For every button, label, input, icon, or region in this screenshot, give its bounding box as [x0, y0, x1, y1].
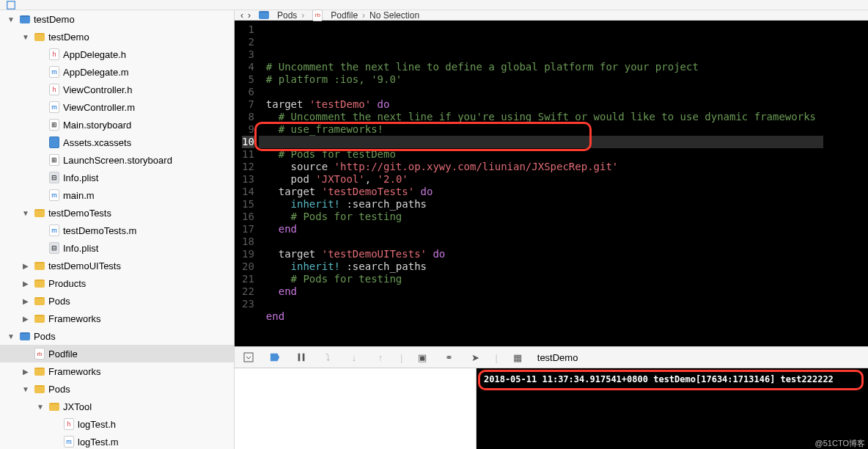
crumb-pods[interactable]: Pods	[277, 10, 297, 21]
code-line[interactable]: end	[266, 285, 816, 298]
disclosure-icon[interactable]: ▼	[21, 32, 31, 42]
step-over-icon[interactable]: ⤵	[321, 351, 334, 364]
code-line[interactable]: # Pods for testing	[266, 211, 816, 223]
line-number: 16	[242, 211, 254, 223]
code-line[interactable]	[266, 335, 816, 346]
code-line[interactable]: # use_frameworks!	[266, 123, 816, 136]
code-line[interactable]: # Uncomment the next line if you're usin…	[266, 111, 816, 123]
file-rb-icon: rb	[34, 348, 45, 359]
code-line[interactable]: source 'http://git.op.xywy.com/liunian/J…	[266, 161, 816, 173]
tree-row-appdelegate-h[interactable]: ▶hAppDelegate.h	[0, 45, 234, 63]
tree-row-podfile[interactable]: ▶rbPodfile	[0, 345, 234, 362]
file-plist-icon: ⊟	[48, 172, 60, 183]
tree-row-appdelegate-m[interactable]: ▶mAppDelegate.m	[0, 63, 234, 81]
code-line[interactable]: # platform :ios, '9.0'	[266, 73, 816, 86]
project-navigator[interactable]: ▼testDemo▼testDemo▶hAppDelegate.h▶mAppDe…	[0, 10, 235, 449]
code-line[interactable]: end	[266, 223, 816, 236]
tree-row-info-plist[interactable]: ▶⊟Info.plist	[0, 169, 234, 186]
tab-icon[interactable]	[6, 0, 16, 10]
code-line[interactable]	[266, 86, 816, 98]
file-h-icon: h	[63, 418, 75, 430]
hide-debug-icon[interactable]	[242, 351, 255, 364]
tree-row-logtest-h[interactable]: ▶hlogTest.h	[0, 415, 234, 433]
nav-back-icon[interactable]: ‹	[240, 10, 243, 21]
debug-target-label[interactable]: testDemo	[537, 352, 578, 363]
console-output[interactable]: 2018-05-11 11:37:34.917541+0800 testDemo…	[477, 368, 868, 449]
code-line[interactable]	[266, 298, 816, 310]
tree-row-main-storyboard[interactable]: ▶⊞Main.storyboard	[0, 116, 234, 134]
top-toolbar	[0, 0, 868, 10]
tree-row-main-m[interactable]: ▶mmain.m	[0, 186, 234, 204]
tree-row-jxtool[interactable]: ▼JXTool	[0, 398, 234, 415]
disclosure-icon[interactable]: ▼	[35, 401, 45, 412]
tree-item-label: Main.storyboard	[63, 120, 131, 131]
code-line[interactable]: target 'testDemo' do	[266, 98, 816, 111]
tree-item-label: LaunchScreen.storyboard	[63, 155, 172, 166]
code-line[interactable]: # Pods for testing	[266, 273, 816, 285]
tree-row-products[interactable]: ▶Products	[0, 274, 234, 292]
code-line[interactable]: end	[266, 310, 816, 323]
code-editor[interactable]: 1234567891011121314151617181920212223 # …	[235, 21, 868, 346]
nav-forward-icon[interactable]: ›	[248, 10, 251, 21]
view-debug-icon[interactable]: ▣	[416, 351, 429, 364]
svg-rect-3	[298, 354, 301, 362]
tree-row-testdemo[interactable]: ▼testDemo	[0, 28, 234, 45]
pause-icon[interactable]	[295, 351, 308, 364]
line-number: 14	[242, 186, 254, 198]
step-into-icon[interactable]: ↓	[347, 351, 361, 364]
crumb-selection[interactable]: No Selection	[369, 10, 419, 21]
disclosure-icon[interactable]: ▶	[21, 366, 31, 376]
tree-row-frameworks[interactable]: ▶Frameworks	[0, 362, 234, 380]
tree-row-launchscreen-storyboard[interactable]: ▶⊞LaunchScreen.storyboard	[0, 151, 234, 169]
tree-row-testdemotests[interactable]: ▼testDemoTests	[0, 204, 234, 222]
tree-row-logtest-m[interactable]: ▶mlogTest.m	[0, 433, 234, 449]
tree-row-viewcontroller-m[interactable]: ▶mViewController.m	[0, 98, 234, 116]
code-line[interactable]: inherit! :search_paths	[266, 260, 816, 273]
file-m-icon: m	[48, 224, 60, 236]
disclosure-icon[interactable]: ▶	[21, 260, 31, 271]
file-sb-icon: ⊞	[48, 119, 60, 131]
code-line[interactable]: # Uncomment the next line to define a gl…	[266, 61, 816, 73]
tree-row-testdemotests-m[interactable]: ▶mtestDemoTests.m	[0, 222, 234, 239]
tree-row-pods[interactable]: ▶Pods	[0, 292, 234, 310]
code-content[interactable]: # Uncomment the next line to define a gl…	[259, 21, 823, 346]
disclosure-icon[interactable]: ▶	[21, 313, 31, 324]
file-m-icon: m	[48, 66, 60, 78]
step-out-icon[interactable]: ↑	[374, 351, 387, 364]
tree-item-label: Pods	[34, 331, 56, 342]
tree-row-testdemouitests[interactable]: ▶testDemoUITests	[0, 257, 234, 274]
file-m-icon: m	[63, 436, 75, 448]
code-line[interactable]: inherit! :search_paths	[266, 198, 816, 211]
tree-row-pods[interactable]: ▼Pods	[0, 327, 234, 345]
tree-row-assets-xcassets[interactable]: ▶Assets.xcassets	[0, 134, 234, 151]
code-line[interactable]	[266, 236, 816, 248]
code-line[interactable]: # Pods for testDemo	[266, 148, 816, 161]
tree-row-viewcontroller-h[interactable]: ▶hViewController.h	[0, 81, 234, 98]
variables-view[interactable]	[235, 368, 477, 449]
code-line[interactable]: target 'testDemoTests' do	[266, 186, 816, 198]
disclosure-icon[interactable]: ▶	[21, 278, 31, 288]
tree-item-label: testDemo	[34, 14, 75, 25]
tree-row-pods[interactable]: ▼Pods	[0, 380, 234, 398]
tree-item-label: Assets.xcassets	[63, 137, 131, 148]
memory-graph-icon[interactable]: ⚭	[442, 351, 455, 364]
tree-row-info-plist[interactable]: ▶⊟Info.plist	[0, 239, 234, 257]
disclosure-icon[interactable]: ▼	[21, 208, 31, 218]
tree-row-testdemo[interactable]: ▼testDemo	[0, 10, 234, 28]
disclosure-icon[interactable]: ▼	[21, 384, 31, 394]
line-number: 20	[242, 260, 254, 273]
line-number: 3	[242, 48, 254, 61]
disclosure-icon[interactable]: ▼	[6, 331, 16, 341]
tree-item-label: Frameworks	[48, 313, 101, 324]
disclosure-icon[interactable]: ▶	[21, 296, 31, 306]
disclosure-icon[interactable]: ▼	[6, 14, 16, 24]
location-icon[interactable]: ➤	[468, 351, 482, 364]
code-line[interactable]: pod 'JXTool', '2.0'	[266, 173, 816, 186]
line-number: 23	[242, 298, 254, 310]
editor-breadcrumb[interactable]: ‹ › Pods › rb Podfile › No Selection	[235, 10, 868, 21]
code-line[interactable]: target 'testDemoUITests' do	[266, 248, 816, 260]
crumb-podfile[interactable]: Podfile	[331, 10, 358, 21]
tree-row-frameworks[interactable]: ▶Frameworks	[0, 310, 234, 327]
breakpoint-icon[interactable]	[268, 351, 282, 364]
code-line[interactable]	[266, 323, 816, 335]
